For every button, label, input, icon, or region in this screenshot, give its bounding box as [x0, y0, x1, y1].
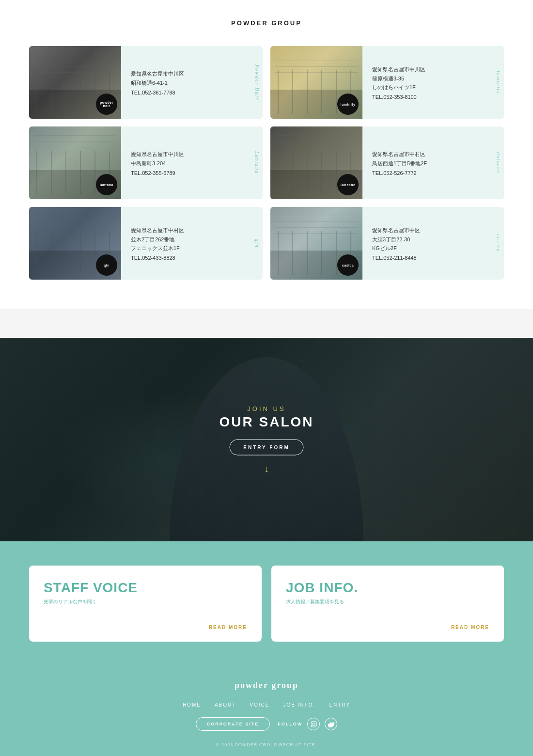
salon-card-powder-hair: powder hair 愛知県名古屋市中川区昭和橋通6-41-1 TEL.052…: [29, 46, 263, 119]
salon-logo-powder-hair: powder hair: [96, 94, 117, 115]
scene-ceiling: [275, 131, 358, 153]
staff-voice-read-more[interactable]: READ MORE: [44, 625, 247, 630]
scene-ceiling: [34, 51, 116, 73]
job-info-card: JOB INFO. 求人情報／募集要項を見る READ MORE: [271, 566, 504, 642]
footer-nav-voice[interactable]: VOICE: [250, 702, 269, 708]
job-info-read-more[interactable]: READ MORE: [286, 625, 489, 630]
salon-side-label-casica: casica: [496, 207, 504, 280]
scene-ceiling: [275, 212, 358, 234]
banner-arrow-icon: ↓: [219, 463, 314, 474]
footer-nav-job-info[interactable]: JOB INFO.: [283, 702, 315, 708]
twitter-icon[interactable]: [325, 718, 337, 730]
page-title: POWDER GROUP: [29, 19, 504, 27]
salon-info-datsche: 愛知県名古屋市中村区鳥居西通1丁目5番地2F TEL.052-526-7772: [362, 126, 496, 199]
salon-image-powder-hair: powder hair: [29, 46, 121, 119]
salon-side-label-qin: qin: [254, 207, 263, 280]
copyright: © 2023 POWDER GROUP RECRUIT SITE.: [39, 742, 494, 747]
info-cards: STAFF VOICE 先輩のリアルな声を聞く READ MORE JOB IN…: [29, 566, 504, 642]
entry-form-button[interactable]: ENTRY FORM: [229, 440, 304, 456]
salon-address-powder-hair: 愛知県名古屋市中川区昭和橋通6-41-1: [131, 69, 247, 87]
staff-voice-card: STAFF VOICE 先輩のリアルな声を聞く READ MORE: [29, 566, 262, 642]
salon-card-datsche: Datsche 愛知県名古屋市中村区鳥居西通1丁目5番地2F TEL.052-5…: [270, 126, 504, 199]
footer-nav-home[interactable]: HOME: [183, 702, 201, 708]
salon-info-qin: 愛知県名古屋市中村区並木2丁目262番地フェニックス並木1F TEL.052-4…: [121, 207, 254, 280]
footer-nav: HOMEABOUTVOICEJOB INFO.ENTRY: [39, 702, 494, 708]
salon-logo-lantana: lantana: [96, 174, 117, 195]
footer-nav-entry[interactable]: ENTRY: [329, 702, 350, 708]
salon-info-lantana: 愛知県名古屋市中川区中島新町3-204 TEL.052-355-6789: [121, 126, 254, 199]
salon-address-datsche: 愛知県名古屋市中村区鳥居西通1丁目5番地2F: [372, 150, 488, 168]
salon-address-lantana: 愛知県名古屋市中川区中島新町3-204: [131, 150, 247, 168]
salon-logo-casica: casica: [337, 254, 359, 276]
salon-tel-lantana: TEL.052-355-6789: [131, 170, 247, 176]
salon-card-qin: qin 愛知県名古屋市中村区並木2丁目262番地フェニックス並木1F TEL.0…: [29, 207, 263, 280]
salon-image-casica: casica: [270, 207, 362, 280]
follow-group: FOLLOW: [278, 718, 337, 730]
salon-image-luminity: luminity: [270, 46, 362, 119]
salon-image-datsche: Datsche: [270, 126, 362, 199]
salon-tel-qin: TEL.052-433-8828: [131, 255, 247, 261]
footer-logo: powder group: [39, 680, 494, 691]
salon-card-luminity: luminity 愛知県名古屋市中川区篠原横通3-35しのはらハイツ1F TEL…: [270, 46, 504, 119]
salon-grid: powder hair 愛知県名古屋市中川区昭和橋通6-41-1 TEL.052…: [29, 46, 504, 280]
salon-logo-luminity: luminity: [337, 94, 359, 115]
salon-address-casica: 愛知県名古屋市中区大須3丁目22-30KGビル2F: [372, 226, 488, 253]
banner-join-text: JOIN US: [219, 405, 314, 412]
scene-ceiling: [275, 51, 358, 73]
salon-card-casica: casica 愛知県名古屋市中区大須3丁目22-30KGビル2F TEL.052…: [270, 207, 504, 280]
svg-point-1: [312, 723, 314, 725]
join-us-banner: JOIN US OUR SALON ENTRY FORM ↓: [0, 338, 533, 541]
top-section: POWDER GROUP powder hair 愛知県名古屋市中川区昭和橋通6…: [0, 0, 533, 309]
staff-voice-subtitle: 先輩のリアルな声を聞く: [44, 598, 247, 605]
salon-address-luminity: 愛知県名古屋市中川区篠原横通3-35しのはらハイツ1F: [372, 65, 488, 92]
footer-nav-about[interactable]: ABOUT: [215, 702, 236, 708]
salon-tel-luminity: TEL.052-353-8100: [372, 94, 488, 100]
scene-ceiling: [34, 131, 116, 153]
follow-label: FOLLOW: [278, 722, 302, 726]
corporate-site-button[interactable]: CORPORATE SITE: [196, 717, 270, 731]
salon-tel-casica: TEL.052-211-8448: [372, 255, 488, 261]
job-info-title: JOB INFO.: [286, 580, 489, 596]
salon-card-lantana: lantana 愛知県名古屋市中川区中島新町3-204 TEL.052-355-…: [29, 126, 263, 199]
salon-side-label-datsche: datsche: [496, 126, 504, 199]
salon-info-powder-hair: 愛知県名古屋市中川区昭和橋通6-41-1 TEL.052-361-7788: [121, 46, 254, 119]
salon-info-luminity: 愛知県名古屋市中川区篠原横通3-35しのはらハイツ1F TEL.052-353-…: [362, 46, 496, 119]
job-info-subtitle: 求人情報／募集要項を見る: [286, 598, 489, 605]
salon-logo-datsche: Datsche: [337, 174, 359, 195]
salon-info-casica: 愛知県名古屋市中区大須3丁目22-30KGビル2F TEL.052-211-84…: [362, 207, 496, 280]
salon-image-lantana: lantana: [29, 126, 121, 199]
instagram-icon[interactable]: [307, 718, 320, 730]
salon-image-qin: qin: [29, 207, 121, 280]
footer: powder group HOMEABOUTVOICEJOB INFO.ENTR…: [29, 666, 504, 756]
footer-links: CORPORATE SITE FOLLOW: [39, 717, 494, 731]
salon-side-label-powder-hair: Powder Hair: [254, 46, 263, 119]
salon-address-qin: 愛知県名古屋市中村区並木2丁目262番地フェニックス並木1F: [131, 226, 247, 253]
banner-content: JOIN US OUR SALON ENTRY FORM ↓: [219, 405, 314, 474]
salon-tel-powder-hair: TEL.052-361-7788: [131, 90, 247, 95]
teal-section: STAFF VOICE 先輩のリアルな声を聞く READ MORE JOB IN…: [0, 541, 533, 756]
salon-side-label-luminity: luminity: [496, 46, 504, 119]
svg-rect-0: [311, 722, 316, 727]
banner-title: OUR SALON: [219, 414, 314, 430]
svg-point-2: [314, 722, 315, 723]
scene-ceiling: [34, 212, 116, 234]
staff-voice-title: STAFF VOICE: [44, 580, 247, 596]
salon-tel-datsche: TEL.052-526-7772: [372, 170, 488, 176]
salon-logo-qin: qin: [96, 254, 117, 276]
salon-side-label-lantana: Lantana: [254, 126, 263, 199]
